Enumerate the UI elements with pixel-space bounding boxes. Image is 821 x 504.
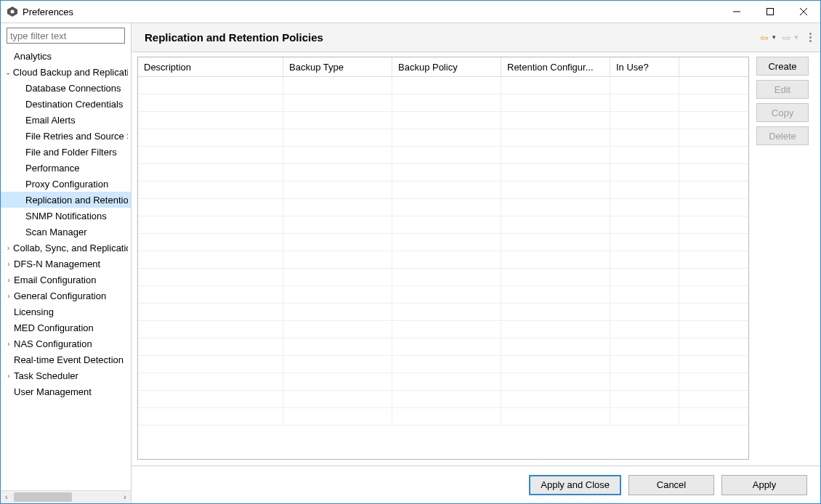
apply-button[interactable]: Apply <box>721 475 807 495</box>
tree-item[interactable]: ›Email Configuration <box>1 272 131 288</box>
tree-item-label: Performance <box>25 163 79 174</box>
tree-item[interactable]: File Retries and Source Snapshots <box>1 128 131 144</box>
tree-item[interactable]: ›NAS Configuration <box>1 336 131 351</box>
table-row[interactable] <box>138 147 748 164</box>
table-body <box>138 77 748 459</box>
table-row[interactable] <box>138 234 748 251</box>
table-row[interactable] <box>138 164 748 182</box>
tree-item-label: Replication and Retention Policies <box>25 195 128 206</box>
chevron-right-icon[interactable]: › <box>4 244 13 252</box>
tree-item-label: SNMP Notifications <box>25 211 107 221</box>
table-row[interactable] <box>138 321 748 338</box>
chevron-right-icon[interactable]: › <box>4 276 14 284</box>
table-row[interactable] <box>138 391 748 408</box>
tree-item-label: DFS-N Management <box>14 259 100 269</box>
main-header: Replication and Retention Policies ⇦ ▼ ⇨… <box>132 23 820 52</box>
tree-item[interactable]: Real-time Event Detection <box>1 351 131 367</box>
minimize-button[interactable] <box>720 1 753 23</box>
tree-item[interactable]: Licensing <box>1 304 131 320</box>
tree-item-label: General Configuration <box>14 290 106 301</box>
tree-item[interactable]: File and Folder Filters <box>1 144 131 160</box>
forward-dropdown-icon: ▼ <box>793 34 799 41</box>
column-backup-type[interactable]: Backup Type <box>283 57 392 76</box>
table-row[interactable] <box>138 94 748 112</box>
horizontal-scrollbar[interactable]: ‹ › <box>1 490 131 503</box>
table-row[interactable] <box>138 304 748 321</box>
preferences-window: Preferences Analytics⌄Cloud Backup and R… <box>0 0 821 504</box>
tree-item-label: Email Configuration <box>14 275 96 285</box>
table-row[interactable] <box>138 199 748 216</box>
tree-item[interactable]: User Management <box>1 383 131 399</box>
back-dropdown-icon[interactable]: ▼ <box>771 34 777 41</box>
tree-item-label: Task Scheduler <box>14 370 78 381</box>
chevron-down-icon[interactable]: ⌄ <box>4 68 13 76</box>
tree-item[interactable]: SNMP Notifications <box>1 208 131 224</box>
table-row[interactable] <box>138 338 748 356</box>
table-row[interactable] <box>138 286 748 304</box>
table-row[interactable] <box>138 408 748 426</box>
tree-item[interactable]: Proxy Configuration <box>1 176 131 192</box>
tree-item[interactable]: ⌄Cloud Backup and Replication <box>1 64 131 80</box>
apply-and-close-button[interactable]: Apply and Close <box>529 475 621 495</box>
column-description[interactable]: Description <box>138 57 283 76</box>
table-row[interactable] <box>138 182 748 199</box>
tree-item-label: Analytics <box>14 51 52 62</box>
close-button[interactable] <box>787 1 820 23</box>
column-in-use[interactable]: In Use? <box>610 57 679 76</box>
menu-icon[interactable] <box>809 33 812 42</box>
create-button[interactable]: Create <box>756 57 809 76</box>
forward-icon: ⇨ <box>782 33 791 43</box>
filter-input[interactable] <box>7 28 125 44</box>
scroll-right-icon[interactable]: › <box>119 491 131 503</box>
policies-table: Description Backup Type Backup Policy Re… <box>137 57 749 460</box>
copy-button: Copy <box>756 103 809 122</box>
tree-item[interactable]: Replication and Retention Policies <box>1 192 131 208</box>
table-row[interactable] <box>138 129 748 147</box>
back-icon[interactable]: ⇦ <box>760 33 769 43</box>
delete-button: Delete <box>756 126 809 145</box>
tree-item[interactable]: Scan Manager <box>1 224 131 240</box>
page-title: Replication and Retention Policies <box>145 31 323 44</box>
svg-rect-3 <box>767 9 774 15</box>
table-row[interactable] <box>138 251 748 269</box>
scroll-thumb[interactable] <box>14 492 72 502</box>
main-panel: Replication and Retention Policies ⇦ ▼ ⇨… <box>132 23 820 503</box>
action-buttons: Create Edit Copy Delete <box>756 57 814 460</box>
window-body: Analytics⌄Cloud Backup and ReplicationDa… <box>1 23 820 503</box>
cancel-button[interactable]: Cancel <box>628 475 714 495</box>
tree-item[interactable]: MED Configuration <box>1 320 131 336</box>
tree-item[interactable]: ›General Configuration <box>1 288 131 304</box>
tree-item[interactable]: Destination Credentials <box>1 96 131 112</box>
tree-item[interactable]: Analytics <box>1 48 131 64</box>
nav-tree: Analytics⌄Cloud Backup and ReplicationDa… <box>1 46 131 490</box>
table-row[interactable] <box>138 356 748 373</box>
table-row[interactable] <box>138 269 748 286</box>
tree-item[interactable]: ›DFS-N Management <box>1 256 131 272</box>
maximize-button[interactable] <box>753 1 787 23</box>
tree-item-label: MED Configuration <box>14 322 94 333</box>
tree-item-label: Proxy Configuration <box>25 179 108 190</box>
scroll-left-icon[interactable]: ‹ <box>1 491 12 503</box>
footer: Apply and Close Cancel Apply <box>132 466 820 503</box>
table-row[interactable] <box>138 216 748 234</box>
table-row[interactable] <box>138 112 748 129</box>
svg-point-1 <box>11 10 15 14</box>
tree-item[interactable]: Performance <box>1 160 131 176</box>
column-backup-policy[interactable]: Backup Policy <box>392 57 501 76</box>
table-row[interactable] <box>138 373 748 391</box>
column-extra <box>679 57 748 76</box>
tree-item[interactable]: ›Task Scheduler <box>1 367 131 383</box>
column-retention[interactable]: Retention Configur... <box>501 57 610 76</box>
sidebar: Analytics⌄Cloud Backup and ReplicationDa… <box>1 23 132 503</box>
chevron-right-icon[interactable]: › <box>4 292 14 300</box>
chevron-right-icon[interactable]: › <box>4 372 14 380</box>
header-nav-icons: ⇦ ▼ ⇨ ▼ <box>760 33 812 43</box>
tree-item-label: Cloud Backup and Replication <box>13 67 128 78</box>
tree-item[interactable]: ›Collab, Sync, and Replication <box>1 240 131 256</box>
tree-item[interactable]: Email Alerts <box>1 112 131 128</box>
chevron-right-icon[interactable]: › <box>4 340 14 348</box>
tree-item-label: Collab, Sync, and Replication <box>13 243 128 253</box>
table-row[interactable] <box>138 77 748 94</box>
tree-item[interactable]: Database Connections <box>1 80 131 96</box>
chevron-right-icon[interactable]: › <box>4 260 14 268</box>
